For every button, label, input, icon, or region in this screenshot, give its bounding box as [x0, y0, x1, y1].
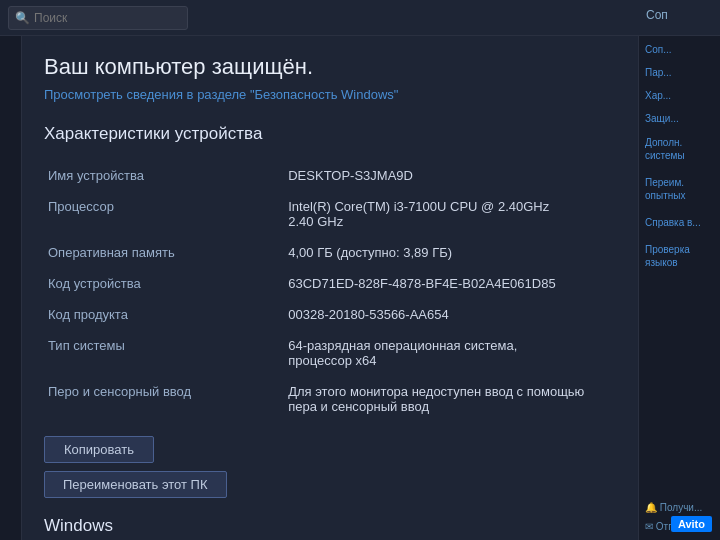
subtitle-link[interactable]: Просмотреть сведения в разделе "Безопасн… — [44, 86, 616, 104]
main-title: Ваш компьютер защищён. — [44, 54, 616, 80]
table-cell-value: 00328-20180-53566-AA654 — [284, 299, 616, 330]
corner-text: Соп — [640, 4, 720, 26]
table-cell-label: Код устройства — [44, 268, 284, 299]
search-box[interactable]: 🔍 — [8, 6, 188, 30]
content-area: Ваш компьютер защищён. Просмотреть сведе… — [22, 36, 638, 540]
table-row: Код устройства63CD71ED-828F-4878-BF4E-B0… — [44, 268, 616, 299]
table-cell-value: Intel(R) Core(TM) i3-7100U CPU @ 2.40GHz… — [284, 191, 616, 237]
table-cell-label: Имя устройства — [44, 160, 284, 191]
rename-button[interactable]: Переименовать этот ПК — [44, 471, 227, 498]
table-row: ПроцессорIntel(R) Core(TM) i3-7100U CPU … — [44, 191, 616, 237]
device-info-table: Имя устройстваDESKTOP-S3JMA9DПроцессорIn… — [44, 160, 616, 422]
right-item-7[interactable]: Справка в... — [645, 216, 714, 229]
copy-button[interactable]: Копировать — [44, 436, 154, 463]
right-panel: Соп... Пар... Хар... Защи... Дополн.сист… — [638, 36, 720, 540]
table-cell-label: Тип системы — [44, 330, 284, 376]
table-row: Тип системы64-разрядная операционная сис… — [44, 330, 616, 376]
table-cell-label: Код продукта — [44, 299, 284, 330]
left-sidebar — [0, 36, 22, 540]
right-item-5[interactable]: Дополн.системы — [645, 136, 714, 162]
table-cell-value: DESKTOP-S3JMA9D — [284, 160, 616, 191]
table-row: Перо и сенсорный вводДля этого монитора … — [44, 376, 616, 422]
button-row: Копировать Переименовать этот ПК — [44, 436, 616, 498]
table-cell-label: Оперативная память — [44, 237, 284, 268]
table-cell-label: Процессор — [44, 191, 284, 237]
top-bar: 🔍 — [0, 0, 720, 36]
device-section-title: Характеристики устройства — [44, 124, 616, 144]
search-icon: 🔍 — [15, 11, 30, 25]
right-item-1[interactable]: Соп... — [645, 44, 714, 55]
table-cell-label: Перо и сенсорный ввод — [44, 376, 284, 422]
avito-badge: Avito — [671, 516, 712, 532]
right-item-6[interactable]: Переим.опытных — [645, 176, 714, 202]
table-cell-value: Для этого монитора недоступен ввод с пом… — [284, 376, 616, 422]
table-row: Оперативная память4,00 ГБ (доступно: 3,8… — [44, 237, 616, 268]
windows-section-title: Windows — [44, 516, 616, 536]
right-item-3[interactable]: Хар... — [645, 90, 714, 101]
table-cell-value: 64-разрядная операционная система, проце… — [284, 330, 616, 376]
right-item-2[interactable]: Пар... — [645, 67, 714, 78]
right-bottom-1[interactable]: 🔔 Получи... — [645, 502, 714, 513]
table-cell-value: 63CD71ED-828F-4878-BF4E-B02A4E061D85 — [284, 268, 616, 299]
table-row: Код продукта00328-20180-53566-AA654 — [44, 299, 616, 330]
search-input[interactable] — [34, 11, 174, 25]
table-cell-value: 4,00 ГБ (доступно: 3,89 ГБ) — [284, 237, 616, 268]
right-item-8[interactable]: Проверка языков — [645, 243, 714, 269]
right-item-4[interactable]: Защи... — [645, 113, 714, 124]
table-row: Имя устройстваDESKTOP-S3JMA9D — [44, 160, 616, 191]
